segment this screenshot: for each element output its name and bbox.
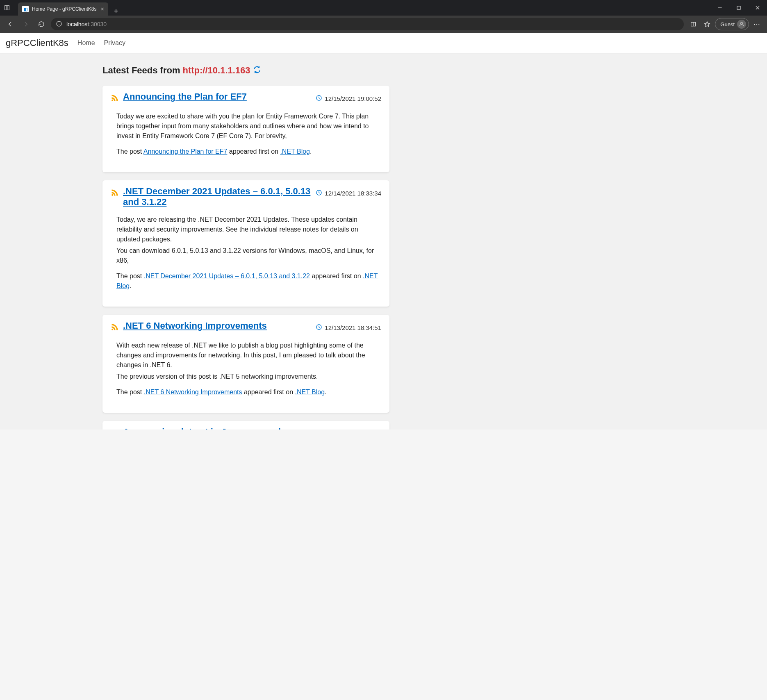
rss-icon [111, 429, 119, 430]
timestamp-text: 12/13/2021 18:34:51 [325, 324, 381, 331]
svg-point-15 [112, 194, 113, 196]
back-button[interactable] [4, 18, 16, 30]
browser-titlebar: ◧ Home Page - gRPCClientK8s × ＋ [0, 0, 767, 16]
svg-point-13 [112, 100, 113, 101]
heading-prefix: Latest Feeds from [102, 65, 180, 76]
svg-rect-3 [737, 6, 740, 9]
feed-footer: The post Announcing the Plan for EF7 app… [116, 147, 381, 157]
rss-icon [111, 323, 119, 333]
address-bar: localhost:30030 Guest ⋯ [0, 16, 767, 33]
profile-button[interactable]: Guest [715, 18, 749, 30]
feed-timestamp: 12/15/2021 19:00:52 [316, 95, 381, 102]
guest-label: Guest [720, 21, 735, 27]
url-port: :30030 [89, 21, 107, 27]
tab-favicon: ◧ [22, 6, 29, 12]
svg-rect-1 [7, 6, 9, 10]
app-navbar: gRPCClientK8s Home Privacy [0, 33, 767, 54]
page-title: Latest Feeds from http://10.1.1.163 [102, 65, 389, 76]
more-menu-icon[interactable]: ⋯ [751, 18, 763, 30]
feed-timestamp: 12/13/2021 18:34:51 [316, 324, 381, 332]
svg-point-17 [112, 329, 113, 330]
avatar-icon [737, 20, 746, 29]
feed-summary: Today we are excited to share with you t… [116, 111, 381, 141]
new-tab-button[interactable]: ＋ [110, 6, 122, 16]
tab-strip: ◧ Home Page - gRPCClientK8s × ＋ [14, 0, 710, 16]
rss-icon [111, 189, 119, 199]
feed-post-link[interactable]: .NET 6 Networking Improvements [144, 389, 242, 395]
close-window-button[interactable] [748, 0, 767, 16]
feed-card: Announcing dot.net in Japanese and Simpl… [102, 421, 389, 430]
feed-timestamp: 12/14/2021 18:33:34 [316, 189, 381, 197]
window-controls [710, 0, 767, 16]
nav-link-home[interactable]: Home [77, 39, 95, 47]
feed-title-link[interactable]: Announcing dot.net in Japanese and Simpl… [123, 427, 312, 430]
clock-icon [316, 324, 322, 332]
forward-button[interactable] [20, 18, 32, 30]
feed-summary-2: The previous version of this post is .NE… [116, 372, 381, 382]
feed-summary: Today, we are releasing the .NET Decembe… [116, 215, 381, 244]
reading-view-icon[interactable] [687, 18, 699, 30]
browser-tab[interactable]: ◧ Home Page - gRPCClientK8s × [18, 2, 108, 16]
tab-title: Home Page - gRPCClientK8s [32, 6, 96, 12]
site-info-icon[interactable] [56, 20, 62, 28]
feed-title-link[interactable]: .NET December 2021 Updates – 6.0.1, 5.0.… [123, 186, 312, 207]
feed-summary: With each new release of .NET we like to… [116, 341, 381, 370]
page-viewport[interactable]: gRPCClientK8s Home Privacy Latest Feeds … [0, 33, 767, 430]
app-brand[interactable]: gRPCClientK8s [6, 38, 68, 48]
minimize-button[interactable] [710, 0, 729, 16]
feed-title-link[interactable]: .NET 6 Networking Improvements [123, 320, 267, 331]
svg-point-12 [741, 22, 743, 24]
feed-card: .NET December 2021 Updates – 6.0.1, 5.0.… [102, 180, 389, 307]
refresh-button[interactable] [35, 18, 48, 30]
feed-title-link[interactable]: Announcing the Plan for EF7 [123, 91, 247, 102]
blog-link[interactable]: .NET Blog [280, 148, 310, 155]
rss-icon [111, 94, 119, 104]
url-input[interactable]: localhost:30030 [51, 18, 684, 30]
url-host: localhost [66, 21, 89, 27]
nav-link-privacy[interactable]: Privacy [104, 39, 125, 47]
tab-close-icon[interactable]: × [101, 6, 104, 12]
refresh-feeds-icon[interactable] [253, 66, 261, 76]
clock-icon [316, 95, 322, 102]
feed-post-link[interactable]: Announcing the Plan for EF7 [143, 148, 228, 155]
feed-footer: The post .NET December 2021 Updates – 6.… [116, 271, 381, 291]
feed-post-link[interactable]: .NET December 2021 Updates – 6.0.1, 5.0.… [144, 273, 310, 280]
feed-footer: The post .NET 6 Networking Improvements … [116, 387, 381, 397]
favorites-icon[interactable] [701, 18, 713, 30]
svg-marker-11 [705, 22, 710, 27]
timestamp-text: 12/14/2021 18:33:34 [325, 190, 381, 197]
feed-summary-2: You can download 6.0.1, 5.0.13 and 3.1.2… [116, 246, 381, 266]
svg-rect-0 [5, 6, 7, 10]
timestamp-text: 12/15/2021 19:00:52 [325, 95, 381, 102]
feed-card: Announcing the Plan for EF7 12/15/2021 1… [102, 86, 389, 172]
feed-source-url: http://10.1.1.163 [183, 65, 250, 76]
tab-actions-icon[interactable] [0, 0, 14, 16]
feed-card: .NET 6 Networking Improvements 12/13/202… [102, 315, 389, 413]
maximize-button[interactable] [729, 0, 748, 16]
clock-icon [316, 189, 322, 197]
blog-link[interactable]: .NET Blog [295, 389, 325, 395]
